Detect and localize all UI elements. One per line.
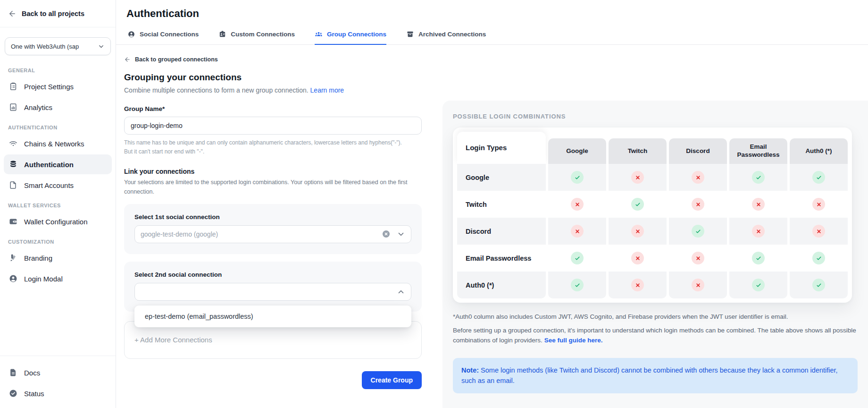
custom-badge-icon — [218, 30, 226, 38]
see-full-guide-link[interactable]: See full guide here. — [544, 337, 603, 344]
grouping-heading: Grouping your connections — [124, 72, 422, 83]
check-badge — [812, 252, 825, 264]
sidebar-item-analytics[interactable]: Analytics — [4, 97, 112, 117]
group-name-input[interactable] — [124, 117, 422, 135]
combo-header-auth0: Auth0 (*) — [790, 138, 848, 164]
check-icon — [574, 282, 581, 289]
combo-row-label-email-passwordless: Email Passwordless — [457, 245, 546, 272]
cross-badge — [692, 198, 704, 211]
check-icon — [755, 255, 762, 262]
note-text: Some login methods (like Twitch and Disc… — [461, 366, 838, 384]
sidebar-item-label: Branding — [24, 254, 52, 262]
cross-icon — [755, 228, 762, 235]
check-badge — [752, 252, 765, 264]
cross-badge — [631, 171, 644, 184]
group-name-help-line2: But it can't start nor end with "-". — [124, 147, 422, 156]
check-icon — [816, 255, 822, 262]
auth0-footnote: *Auth0 column also includes Custom JWT, … — [453, 313, 858, 320]
cross-badge — [692, 171, 704, 184]
back-to-projects-button[interactable]: Back to all projects — [0, 0, 116, 27]
project-selector[interactable]: One with Web3Auth (sap — [5, 37, 111, 55]
combo-cell — [669, 218, 727, 245]
learn-more-link[interactable]: Learn more — [310, 86, 344, 94]
link-connections-description: Your selections are limited to the suppo… — [124, 178, 422, 196]
sidebar-section-label: AUTHENTICATION — [4, 121, 112, 133]
combo-cell — [609, 164, 667, 191]
combo-cell — [548, 218, 606, 245]
sidebar-item-branding[interactable]: Branding — [4, 248, 112, 268]
tab-social-connections[interactable]: Social Connections — [127, 30, 199, 45]
main-area: Authentication Social ConnectionsCustom … — [116, 0, 868, 408]
cross-icon — [574, 228, 581, 235]
cross-icon — [695, 174, 701, 181]
combo-row-label-discord: Discord — [457, 218, 546, 245]
back-to-grouped-connections-link[interactable]: Back to grouped connections — [124, 56, 422, 63]
cross-badge — [692, 252, 704, 264]
check-icon — [755, 282, 762, 289]
combo-cell — [729, 191, 787, 218]
combo-cell — [609, 245, 667, 272]
create-group-button[interactable]: Create Group — [362, 371, 422, 389]
sidebar-section-label: GENERAL — [4, 64, 112, 76]
sidebar-section-customization: CUSTOMIZATIONBrandingLogin Modal — [4, 235, 112, 289]
combo-cell — [609, 191, 667, 218]
clear-selection-icon[interactable] — [382, 230, 391, 238]
check-badge — [571, 279, 584, 291]
chevron-down-icon[interactable] — [397, 230, 405, 238]
arrow-left-icon — [8, 9, 17, 18]
dropdown-option[interactable]: ep-test-demo (email_passwordless) — [134, 306, 411, 327]
sidebar-footer-item-label: Status — [24, 390, 44, 398]
combo-cell — [609, 218, 667, 245]
select-2nd-connection[interactable] — [134, 283, 411, 301]
sidebar-item-authentication[interactable]: Authentication — [4, 154, 112, 174]
select-1st-connection-label: Select 1st social connection — [134, 213, 411, 221]
sidebar-item-label: Analytics — [24, 103, 52, 111]
back-to-projects-label: Back to all projects — [22, 10, 84, 17]
sidebar-item-label: Authentication — [24, 161, 74, 169]
combo-cell — [669, 272, 727, 298]
first-connection-card: Select 1st social connection google-test… — [124, 204, 422, 254]
chevron-up-icon[interactable] — [397, 288, 405, 296]
combo-cell — [790, 164, 848, 191]
sidebar-item-chains-networks[interactable]: Chains & Networks — [4, 134, 112, 153]
tab-group-connections[interactable]: Group Connections — [315, 30, 386, 45]
select-1st-connection[interactable]: google-test-demo (google) — [134, 225, 411, 243]
combinations-heading: POSSIBLE LOGIN COMBINATIONS — [453, 113, 858, 120]
cross-icon — [634, 282, 641, 289]
sidebar-item-smart-accounts[interactable]: Smart Accounts — [4, 175, 112, 195]
cross-badge — [571, 225, 584, 238]
combo-cell — [790, 272, 848, 298]
tab-custom-connections[interactable]: Custom Connections — [218, 30, 295, 45]
branding-icon — [8, 253, 18, 263]
cross-badge — [812, 225, 825, 238]
sidebar-footer-item-docs[interactable]: Docs — [4, 363, 112, 382]
sidebar-item-project-settings[interactable]: Project Settings — [4, 76, 112, 96]
content: Back to grouped connections Grouping you… — [116, 45, 868, 408]
combinations-card: Login TypesGoogleTwitchDiscordEmail Pass… — [453, 128, 852, 303]
user-circle-icon — [8, 274, 18, 283]
check-icon — [634, 201, 641, 208]
combo-cell — [609, 272, 667, 298]
back-link-label: Back to grouped connections — [135, 56, 218, 63]
arrow-left-icon — [124, 56, 131, 63]
group-name-label: Group Name* — [124, 105, 422, 112]
tab-bar: Social ConnectionsCustom ConnectionsGrou… — [116, 20, 868, 45]
cross-icon — [816, 228, 822, 235]
sidebar-item-login-modal[interactable]: Login Modal — [4, 269, 112, 289]
sidebar-item-wallet-configuration[interactable]: Wallet Configuration — [4, 212, 112, 231]
cross-badge — [692, 279, 704, 291]
check-icon — [695, 228, 701, 235]
combo-header-twitch: Twitch — [609, 138, 667, 164]
combo-cell — [669, 191, 727, 218]
smart-accounts-icon — [8, 180, 18, 190]
tab-archived-connections[interactable]: Archived Connections — [406, 30, 486, 45]
sidebar-item-label: Wallet Configuration — [24, 218, 88, 226]
status-check-icon — [8, 389, 18, 398]
sidebar-section-label: CUSTOMIZATION — [4, 235, 112, 247]
combo-cell — [548, 272, 606, 298]
cross-badge — [812, 198, 825, 211]
sidebar-section-general: GENERALProject SettingsAnalytics — [4, 64, 112, 117]
guide-footnote: Before setting up a grouped connection, … — [453, 326, 858, 346]
sidebar-footer-item-status[interactable]: Status — [4, 383, 112, 403]
cross-badge — [631, 225, 644, 238]
